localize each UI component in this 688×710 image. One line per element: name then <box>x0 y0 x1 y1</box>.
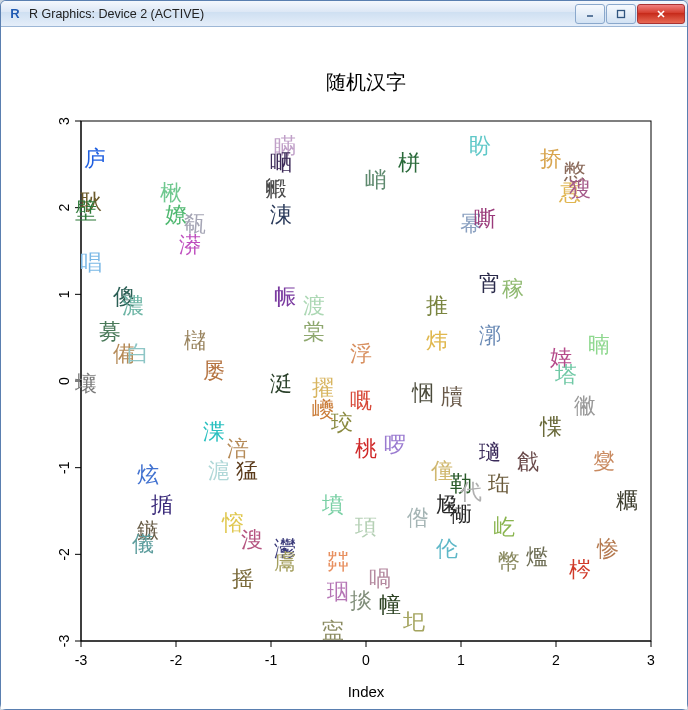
glyph-point: 掞 <box>350 588 372 613</box>
r-app-icon: R <box>7 6 23 22</box>
glyph-point: 嘶 <box>474 206 496 231</box>
svg-text:2: 2 <box>56 204 72 212</box>
glyph-point: 嘅 <box>350 388 372 413</box>
svg-text:2: 2 <box>552 652 560 668</box>
glyph-point: 渡 <box>303 293 325 318</box>
glyph-point: 桃 <box>355 436 377 461</box>
glyph-point: 衚 <box>450 501 472 526</box>
glyph-point: 峭 <box>365 167 387 192</box>
x-axis-label: Index <box>348 683 385 700</box>
svg-text:-1: -1 <box>56 461 72 474</box>
glyph-point: 涷 <box>270 202 292 227</box>
glyph-point: 嗮 <box>270 150 292 175</box>
glyph-point: 屡 <box>203 358 225 383</box>
svg-text:1: 1 <box>56 290 72 298</box>
plot-title: 随机汉字 <box>326 71 406 93</box>
glyph-point: 鬳 <box>274 549 296 574</box>
glyph-point: 珤 <box>488 471 510 496</box>
glyph-point: 茻 <box>327 549 349 574</box>
glyph-point: 爁 <box>526 544 548 569</box>
x-axis-ticks: -3-2-10123 <box>75 641 655 668</box>
glyph-point: 推 <box>426 293 448 318</box>
svg-text:3: 3 <box>647 652 655 668</box>
plot-canvas: 随机汉字 Index -3-2-10123 -3-2-10123 庐耿壁唱傻募備… <box>1 27 687 709</box>
glyph-point: 炫 <box>137 462 159 487</box>
svg-text:-3: -3 <box>75 652 88 668</box>
glyph-point: 庐 <box>84 146 106 171</box>
glyph-point: 毈 <box>265 176 287 201</box>
glyph-point: 糲 <box>616 488 638 513</box>
glyph-point: 儀 <box>132 531 154 556</box>
glyph-point: 寍 <box>322 618 344 643</box>
glyph-point: 珓 <box>331 410 353 435</box>
glyph-point: 櫧 <box>184 328 206 353</box>
glyph-point: 栟 <box>398 150 420 175</box>
svg-text:1: 1 <box>457 652 465 668</box>
glyph-point: 幢 <box>379 592 401 617</box>
glyph-point: 浮 <box>350 341 372 366</box>
glyph-point: 壤 <box>74 371 97 396</box>
glyph-point: 壁 <box>75 198 97 223</box>
glyph-point: 溲 <box>241 527 263 552</box>
glyph-point: 揗 <box>151 492 173 517</box>
glyph-point: 代 <box>459 479 482 504</box>
glyph-point: 伦 <box>436 536 458 561</box>
glyph-point: 梣 <box>569 557 591 582</box>
glyph-point: 戧 <box>517 449 539 474</box>
glyph-point: 白 <box>127 341 149 366</box>
glyph-point: 宵 <box>479 271 501 296</box>
svg-text:-1: -1 <box>265 652 278 668</box>
glyph-point: 獀 <box>569 176 591 201</box>
svg-text:-2: -2 <box>56 548 72 561</box>
glyph-point: 喎 <box>369 566 391 591</box>
scatter-glyphs: 庐耿壁唱傻募備白壤炫揗鏃儀濃楸嫽瓻漭櫧屡渫涪滬猛愹溲摇瞞嗮毈涷帪涏灪鬳渡棠擢巙珓… <box>74 133 639 643</box>
glyph-point: 頊 <box>354 514 377 539</box>
glyph-point: 唱 <box>80 250 102 275</box>
maximize-button[interactable] <box>606 4 636 24</box>
glyph-point: 倃 <box>407 505 429 530</box>
glyph-point: 幣 <box>498 549 520 574</box>
glyph-point: 屹 <box>493 514 515 539</box>
svg-text:0: 0 <box>56 377 72 385</box>
titlebar[interactable]: R R Graphics: Device 2 (ACTIVE) <box>1 1 687 27</box>
close-button[interactable] <box>637 4 685 24</box>
glyph-point: 帪 <box>274 284 296 309</box>
glyph-point: 涏 <box>270 371 292 396</box>
glyph-point: 圯 <box>402 609 425 634</box>
glyph-point: 墳 <box>321 492 344 517</box>
svg-text:-2: -2 <box>170 652 183 668</box>
svg-text:0: 0 <box>362 652 370 668</box>
glyph-point: 惵 <box>539 414 562 439</box>
glyph-point: 塔 <box>554 362 577 387</box>
glyph-point: 牘 <box>441 384 463 409</box>
glyph-point: 濃 <box>122 293 144 318</box>
glyph-point: 悃 <box>411 380 434 405</box>
glyph-point: 惨 <box>596 536 619 561</box>
glyph-point: 啰 <box>384 432 406 457</box>
glyph-point: 摇 <box>232 566 254 591</box>
glyph-point: 稼 <box>502 276 524 301</box>
glyph-point: 渫 <box>203 419 225 444</box>
glyph-point: 瓋 <box>479 440 501 465</box>
glyph-point: 漭 <box>179 232 201 257</box>
glyph-point: 盼 <box>469 133 491 158</box>
glyph-point: 挢 <box>540 146 562 171</box>
svg-text:-3: -3 <box>56 635 72 648</box>
glyph-point: 棠 <box>303 319 325 344</box>
glyph-point: 滬 <box>208 458 230 483</box>
window-title: R Graphics: Device 2 (ACTIVE) <box>29 7 204 21</box>
graphics-window: R R Graphics: Device 2 (ACTIVE) 随机汉字 Ind… <box>0 0 688 710</box>
glyph-point: 炜 <box>426 328 448 353</box>
window-controls <box>575 4 687 24</box>
svg-text:3: 3 <box>56 117 72 125</box>
glyph-point: 猛 <box>236 458 258 483</box>
svg-rect-1 <box>618 10 625 17</box>
minimize-button[interactable] <box>575 4 605 24</box>
plot-svg: 随机汉字 Index -3-2-10123 -3-2-10123 庐耿壁唱傻募備… <box>1 27 687 709</box>
glyph-point: 燮 <box>593 449 615 474</box>
glyph-point: 徶 <box>574 393 596 418</box>
glyph-point: 漷 <box>479 323 501 348</box>
glyph-point: 珚 <box>327 579 349 604</box>
glyph-point: 暔 <box>588 332 610 357</box>
